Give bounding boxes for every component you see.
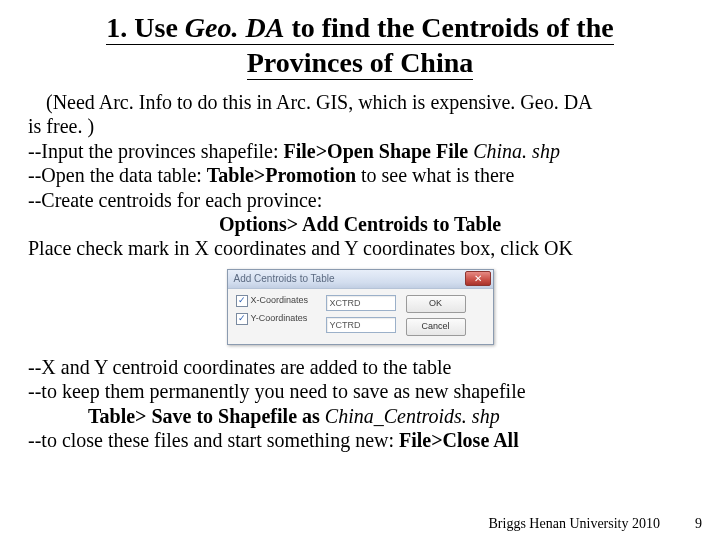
title-middle: to find the Centroids of the (284, 12, 613, 43)
y-field-input[interactable]: YCTRD (326, 317, 396, 333)
line-checkmark: Place check mark in X coordinates and Y … (28, 236, 692, 260)
x-coordinates-checkbox[interactable]: ✓ X-Coordinates (236, 295, 316, 307)
checkmark-icon: ✓ (236, 313, 248, 325)
footer-text: Briggs Henan University 2010 (489, 516, 660, 532)
dialog-title: Add Centroids to Table (234, 273, 465, 285)
slide-body: (Need Arc. Info to do this in Arc. GIS, … (28, 90, 692, 452)
title-prefix: 1. Use (106, 12, 185, 43)
x-coordinates-label: X-Coordinates (251, 295, 309, 306)
line-input-pre: --Input the provinces shapefile: (28, 140, 283, 162)
cancel-button[interactable]: Cancel (406, 318, 466, 336)
title-line2: Provinces of China (247, 47, 474, 78)
slide-title: 1. Use Geo. DA to find the Centroids of … (28, 10, 692, 80)
line-input-italic: China. shp (468, 140, 560, 162)
y-coordinates-checkbox[interactable]: ✓ Y-Coordinates (236, 313, 316, 325)
line-table-post: to see what is there (356, 164, 514, 186)
y-coordinates-label: Y-Coordinates (251, 313, 308, 324)
line-table-bold: Table>Promotion (207, 164, 356, 186)
line-input-bold: File>Open Shape File (283, 140, 468, 162)
line-table-pre: --Open the data table: (28, 164, 207, 186)
ok-button[interactable]: OK (406, 295, 466, 313)
line-save-bold: Table> Save to Shapefile as (88, 405, 320, 427)
note-line1: (Need Arc. Info to do this in Arc. GIS, … (46, 90, 692, 114)
line-close-pre: --to close these files and start somethi… (28, 429, 399, 451)
line-keep: --to keep them permanently you need to s… (28, 379, 692, 403)
add-centroids-dialog: Add Centroids to Table ✕ ✓ X-Coordinates… (227, 269, 494, 345)
close-icon[interactable]: ✕ (465, 271, 491, 286)
line-added: --X and Y centroid coordinates are added… (28, 355, 692, 379)
line-save-italic: China_Centroids. shp (320, 405, 500, 427)
x-field-input[interactable]: XCTRD (326, 295, 396, 311)
checkmark-icon: ✓ (236, 295, 248, 307)
line-create: --Create centroids for each province: (28, 188, 692, 212)
line-options-bold: Options> Add Centroids to Table (28, 212, 692, 236)
line-close-bold: File>Close All (399, 429, 519, 451)
note-line2: is free. ) (28, 114, 692, 138)
title-geoda: Geo. DA (185, 12, 285, 43)
page-number: 9 (695, 516, 702, 532)
